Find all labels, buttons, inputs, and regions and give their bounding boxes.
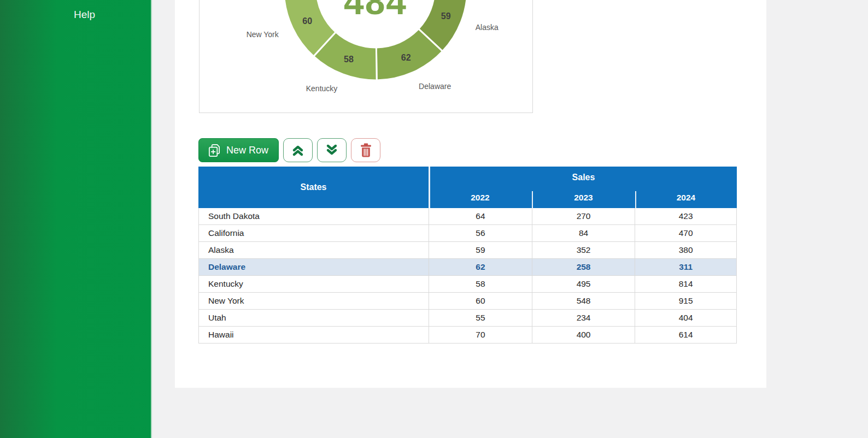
donut-chart-card: 64South Dakota56California59Alaska62Dela… [199,0,533,113]
value-cell[interactable]: 64 [429,208,532,224]
header-states: States [198,167,429,208]
value-cell[interactable]: 55 [429,310,532,326]
table-row[interactable]: New York60548915 [199,293,736,310]
header-year-2023: 2023 [532,187,635,208]
new-row-label: New Row [226,145,268,156]
donut-chart: 64South Dakota56California59Alaska62Dela… [200,0,532,113]
value-cell[interactable]: 548 [532,293,635,309]
slice-value-label: 60 [302,16,312,26]
state-cell[interactable]: California [199,225,429,241]
donut-center-total: 484 [344,0,407,22]
sidebar: Help [0,0,152,438]
value-cell[interactable]: 84 [532,225,635,241]
table-row[interactable]: Alaska59352380 [199,242,736,259]
add-document-icon [208,144,221,157]
table-row[interactable]: Hawaii70400614 [199,327,736,344]
state-cell[interactable]: Kentucky [199,276,429,292]
sidebar-item-help[interactable]: Help [74,9,95,21]
value-cell[interactable]: 814 [635,276,736,292]
header-year-2022: 2022 [429,187,532,208]
header-years-row: 2022 2023 2024 [429,187,737,208]
delete-row-button[interactable] [351,138,380,162]
value-cell[interactable]: 258 [532,259,635,275]
move-row-down-button[interactable] [317,138,347,162]
slice-category-label: Alaska [476,23,498,32]
table-row[interactable]: Delaware62258311 [199,259,736,276]
header-sales-group: Sales [430,167,737,188]
state-cell[interactable]: Hawaii [199,327,429,343]
state-cell[interactable]: New York [199,293,429,309]
value-cell[interactable]: 352 [532,242,635,258]
value-cell[interactable]: 400 [532,327,635,343]
state-cell[interactable]: Alaska [199,242,429,258]
value-cell[interactable]: 60 [429,293,532,309]
value-cell[interactable]: 470 [635,225,736,241]
value-cell[interactable]: 270 [532,208,635,224]
value-cell[interactable]: 404 [635,310,736,326]
value-cell[interactable]: 380 [635,242,736,258]
slice-value-label: 59 [441,11,451,21]
trash-icon [359,143,373,158]
table-body: South Dakota64270423California5684470Ala… [198,208,737,344]
chevron-double-up-icon [290,143,306,158]
table-header: States Sales 2022 2023 2024 [198,167,737,208]
slice-value-label: 62 [401,53,411,62]
value-cell[interactable]: 62 [429,259,532,275]
chevron-double-down-icon [324,143,339,158]
table-row[interactable]: Kentucky58495814 [199,276,736,293]
value-cell[interactable]: 234 [532,310,635,326]
app-window: Help 64South Dakota56California59Alaska6… [0,0,868,438]
table-row[interactable]: Utah55234404 [199,310,736,327]
table-row[interactable]: South Dakota64270423 [199,208,736,225]
value-cell[interactable]: 495 [532,276,635,292]
value-cell[interactable]: 56 [429,225,532,241]
slice-category-label: New York [247,30,279,39]
slice-category-label: Delaware [419,82,451,91]
sales-table: States Sales 2022 2023 2024 South Dakota… [198,167,737,344]
table-toolbar: New Row [198,138,380,162]
header-divider [429,167,430,208]
value-cell[interactable]: 614 [635,327,736,343]
table-row[interactable]: California5684470 [199,225,736,242]
header-tick [635,191,636,208]
value-cell[interactable]: 59 [429,242,532,258]
value-cell[interactable]: 58 [429,276,532,292]
slice-value-label: 58 [344,55,354,64]
state-cell[interactable]: South Dakota [199,208,429,224]
value-cell[interactable]: 423 [635,208,736,224]
slice-category-label: Kentucky [306,84,338,93]
content-panel: 64South Dakota56California59Alaska62Dela… [175,0,766,388]
new-row-button[interactable]: New Row [198,138,279,162]
value-cell[interactable]: 70 [429,327,532,343]
header-year-2024: 2024 [635,187,737,208]
state-cell[interactable]: Utah [199,310,429,326]
header-tick [532,191,533,208]
state-cell[interactable]: Delaware [199,259,429,275]
value-cell[interactable]: 311 [635,259,736,275]
value-cell[interactable]: 915 [635,293,736,309]
move-row-up-button[interactable] [283,138,313,162]
